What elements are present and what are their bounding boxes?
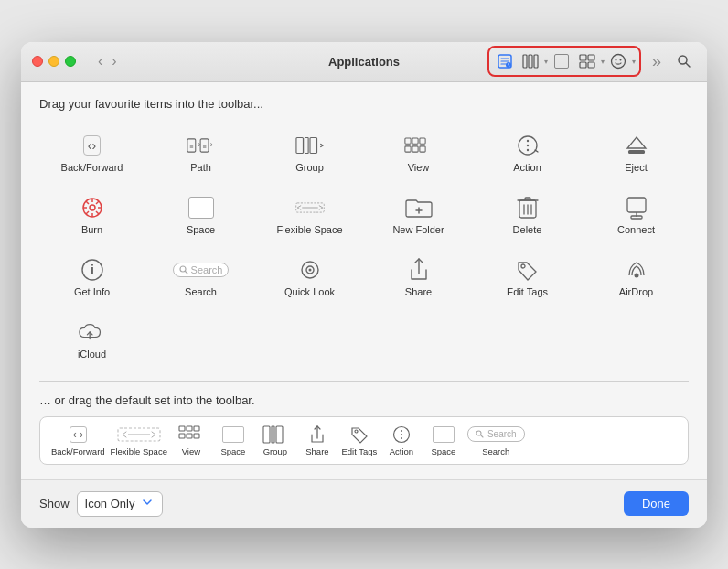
svg-point-64	[634, 273, 638, 277]
default-set-label: … or drag the default set into the toolb…	[39, 393, 689, 407]
search-nav-icon[interactable]	[672, 49, 696, 73]
window: ‹ › Applications	[21, 42, 707, 528]
recents-icon[interactable]	[493, 49, 517, 73]
dt-label-view: View	[182, 446, 200, 456]
item-new-folder[interactable]: New Folder	[366, 188, 471, 242]
svg-rect-24	[412, 138, 417, 144]
dt-item-group[interactable]: Group	[257, 424, 294, 456]
item-connect[interactable]: Connect	[583, 188, 689, 242]
dt-edit-tags-icon	[349, 424, 369, 445]
item-group[interactable]: Group	[257, 125, 362, 180]
svg-point-77	[401, 430, 402, 432]
dt-item-share[interactable]: Share	[299, 424, 336, 456]
item-get-info[interactable]: i Get Info	[39, 250, 145, 305]
svg-rect-66	[179, 426, 185, 431]
icloud-icon	[78, 319, 107, 345]
svg-rect-5	[580, 55, 586, 60]
svg-point-78	[401, 434, 402, 435]
item-path[interactable]: ≡ › ≡ › Path	[148, 125, 253, 180]
item-flexible-space[interactable]: Flexible Space	[257, 188, 362, 242]
close-button[interactable]	[32, 56, 43, 67]
bottom-bar: Show Icon Only Done	[21, 479, 707, 528]
item-airdrop[interactable]: AirDrop	[583, 250, 689, 305]
maximize-button[interactable]	[65, 56, 76, 67]
show-select[interactable]: Icon Only	[77, 491, 164, 517]
window-title: Applications	[328, 55, 400, 69]
nav-buttons: ‹ ›	[94, 51, 121, 71]
item-back-forward[interactable]: ‹› Back/Forward	[39, 125, 145, 180]
column-view-icon[interactable]	[519, 49, 542, 73]
grid-view-icon[interactable]	[575, 49, 599, 73]
svg-rect-68	[194, 426, 199, 431]
dt-label-space2: Space	[431, 446, 455, 456]
svg-text:i: i	[91, 263, 94, 277]
svg-rect-69	[179, 434, 185, 438]
emoji-caret[interactable]: ▾	[632, 58, 636, 66]
dt-search-icon: Search	[467, 424, 525, 445]
item-label-icloud: iCloud	[78, 349, 106, 360]
svg-point-36	[90, 205, 95, 210]
item-space[interactable]: Space	[148, 188, 253, 242]
item-label-flexible-space: Flexible Space	[276, 224, 342, 235]
dt-share-icon	[309, 424, 326, 445]
item-quick-look[interactable]: Quick Look	[257, 250, 362, 305]
dt-label-flexible-space: Flexible Space	[111, 446, 167, 456]
dt-space2-icon	[433, 424, 455, 445]
minimize-button[interactable]	[48, 56, 59, 67]
dt-item-view[interactable]: View	[173, 424, 209, 456]
item-icloud[interactable]: iCloud	[39, 312, 145, 367]
svg-point-10	[616, 59, 617, 61]
svg-rect-25	[419, 138, 424, 144]
svg-rect-27	[412, 145, 417, 151]
svg-point-32	[526, 148, 528, 150]
dt-item-back-forward[interactable]: ‹ › Back/Forward	[51, 424, 105, 456]
item-label-burn: Burn	[81, 224, 102, 235]
highlighted-toolbar-group: ▾ ▾	[487, 46, 641, 77]
eject-icon	[622, 133, 651, 158]
action-icon	[513, 133, 542, 158]
grid-view-caret[interactable]: ▾	[601, 58, 605, 66]
item-share[interactable]: Share	[366, 250, 471, 305]
dt-item-action[interactable]: Action	[383, 424, 420, 456]
item-burn[interactable]: Burn	[39, 188, 145, 242]
item-label-path: Path	[190, 162, 211, 173]
item-view[interactable]: View	[366, 125, 471, 180]
dt-item-search[interactable]: Search Search	[467, 424, 525, 456]
forward-nav-button[interactable]: ›	[108, 51, 120, 71]
delete-icon	[513, 195, 542, 220]
toolbar-icon-area: ▾ ▾	[487, 46, 696, 77]
svg-rect-74	[276, 426, 283, 443]
dt-item-space2[interactable]: Space	[425, 424, 462, 456]
dt-item-flexible-space[interactable]: Flexible Space	[111, 424, 167, 456]
svg-line-13	[686, 63, 690, 67]
group-icon	[295, 133, 325, 158]
svg-point-79	[401, 437, 402, 439]
back-nav-button[interactable]: ‹	[94, 51, 106, 71]
svg-rect-23	[404, 138, 410, 144]
item-label-airdrop: AirDrop	[619, 286, 653, 297]
item-delete[interactable]: Delete	[475, 188, 580, 242]
dt-label-space: Space	[220, 446, 245, 456]
item-edit-tags[interactable]: Edit Tags	[475, 250, 580, 305]
emoji-icon[interactable]	[606, 49, 630, 73]
dt-item-edit-tags[interactable]: Edit Tags	[341, 424, 378, 456]
item-action[interactable]: Action	[475, 125, 580, 180]
item-eject[interactable]: Eject	[583, 125, 689, 180]
dt-label-edit-tags: Edit Tags	[341, 446, 377, 456]
dt-item-space[interactable]: Space	[215, 424, 252, 456]
space-toolbar-icon[interactable]	[550, 49, 573, 73]
done-button[interactable]: Done	[624, 491, 689, 516]
svg-rect-26	[404, 145, 410, 151]
column-view-caret[interactable]: ▾	[544, 58, 548, 66]
more-icon[interactable]: »	[645, 49, 669, 73]
item-search[interactable]: Search Search	[148, 250, 253, 305]
svg-rect-70	[187, 434, 192, 438]
svg-rect-20	[295, 137, 303, 153]
flexible-space-icon	[295, 195, 325, 220]
default-toolbar-preview: ‹ › Back/Forward Flexible Space	[39, 416, 689, 465]
item-label-eject: Eject	[625, 162, 647, 173]
share-icon	[404, 257, 434, 283]
dt-label-back-forward: Back/Forward	[51, 446, 105, 456]
dt-label-search: Search	[482, 446, 509, 456]
show-select-value: Icon Only	[85, 497, 135, 510]
